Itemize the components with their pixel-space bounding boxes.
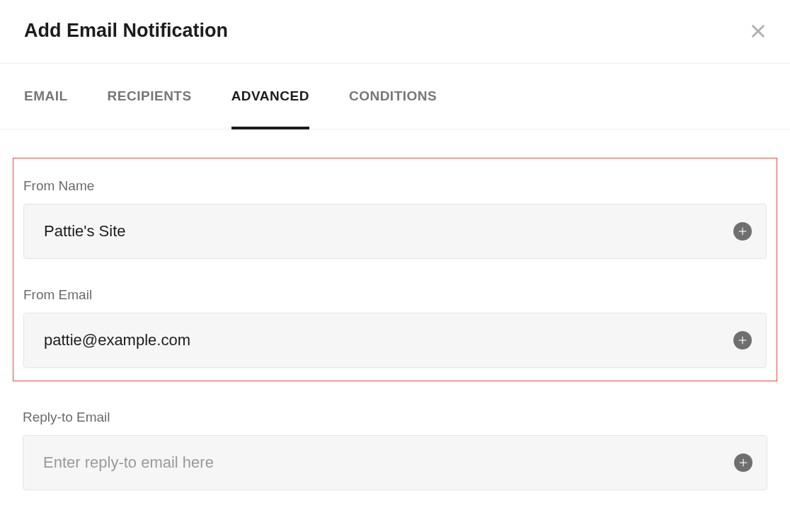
tab-email[interactable]: EMAIL bbox=[24, 64, 68, 129]
tab-recipients[interactable]: RECIPIENTS bbox=[108, 64, 192, 129]
from-name-group: From Name bbox=[23, 178, 767, 259]
plus-icon[interactable] bbox=[733, 331, 752, 349]
plus-icon[interactable] bbox=[734, 453, 752, 472]
from-name-input-wrapper bbox=[23, 204, 767, 259]
tabs-container: EMAIL RECIPIENTS ADVANCED CONDITIONS bbox=[0, 64, 790, 129]
from-email-input-wrapper bbox=[23, 313, 767, 368]
tab-conditions[interactable]: CONDITIONS bbox=[349, 64, 437, 129]
reply-to-section: Reply-to Email bbox=[13, 410, 777, 490]
modal-title: Add Email Notification bbox=[24, 20, 228, 42]
from-email-group: From Email bbox=[23, 287, 767, 368]
reply-to-input-wrapper bbox=[23, 435, 767, 490]
close-icon[interactable] bbox=[750, 23, 766, 39]
reply-to-input[interactable] bbox=[43, 453, 717, 472]
from-name-input[interactable] bbox=[44, 222, 716, 241]
highlighted-section: From Name From Email bbox=[13, 158, 777, 381]
reply-to-group: Reply-to Email bbox=[23, 410, 767, 490]
plus-icon[interactable] bbox=[733, 222, 752, 241]
tab-advanced[interactable]: ADVANCED bbox=[231, 64, 309, 129]
from-email-input[interactable] bbox=[44, 331, 716, 349]
content-area: From Name From Email Reply-to Email bbox=[0, 129, 790, 490]
from-email-label: From Email bbox=[23, 287, 767, 303]
reply-to-label: Reply-to Email bbox=[23, 410, 767, 425]
from-name-label: From Name bbox=[23, 178, 767, 194]
modal-header: Add Email Notification bbox=[0, 0, 790, 63]
